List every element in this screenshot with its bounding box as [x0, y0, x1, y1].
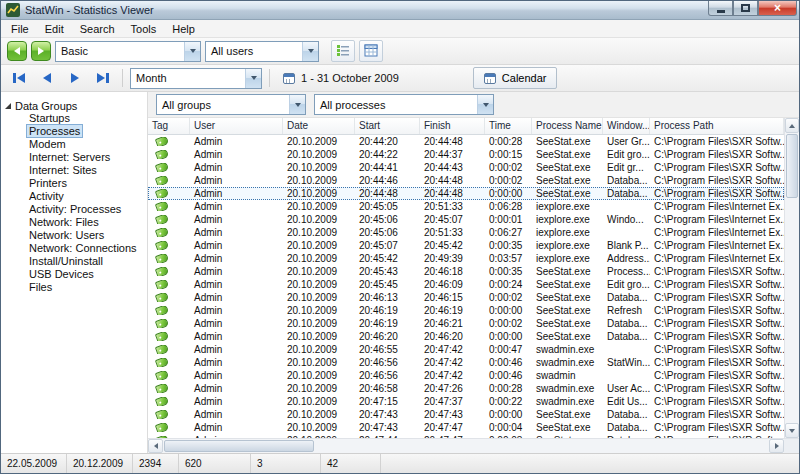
table-row[interactable]: Admin20.10.200920:45:0720:45:420:00:35ie…: [148, 239, 784, 252]
chevron-down-icon[interactable]: [302, 42, 318, 61]
groups-combobox[interactable]: All groups: [156, 94, 306, 115]
table-row[interactable]: Admin20.10.200920:44:4820:44:480:00:00Se…: [148, 187, 784, 200]
column-header-finish[interactable]: Finish: [420, 118, 485, 134]
table-row[interactable]: Admin20.10.200920:44:4620:44:480:00:02Se…: [148, 174, 784, 187]
table-row[interactable]: Admin20.10.200920:45:4320:46:180:00:35Se…: [148, 265, 784, 278]
sidebar-item-startups[interactable]: Startups: [1, 112, 147, 125]
sidebar-item-activity[interactable]: Activity: [1, 190, 147, 203]
sidebar-item-usb-devices[interactable]: USB Devices: [1, 268, 147, 281]
horizontal-scrollbar[interactable]: [148, 438, 799, 453]
table-row[interactable]: Admin20.10.200920:45:0620:51:330:06:27ie…: [148, 226, 784, 239]
table-row[interactable]: Admin20.10.200920:46:2020:46:200:00:00Se…: [148, 330, 784, 343]
table-row[interactable]: Admin20.10.200920:44:2220:44:370:00:15Se…: [148, 148, 784, 161]
table-cell-start: 20:47:43: [355, 409, 420, 420]
menu-item-help[interactable]: Help: [164, 21, 203, 37]
chevron-down-icon[interactable]: [184, 42, 200, 61]
column-header-process-path[interactable]: Process Path: [650, 118, 784, 134]
table-cell-date: 20.10.2009: [283, 357, 355, 368]
chevron-down-icon[interactable]: [245, 69, 261, 88]
table-row[interactable]: Admin20.10.200920:46:5520:47:420:00:47sw…: [148, 343, 784, 356]
users-combobox[interactable]: All users: [205, 41, 319, 62]
table-cell-process: SeeStat.exe: [532, 409, 603, 420]
report-view-button[interactable]: [331, 40, 355, 62]
chevron-down-icon[interactable]: [477, 95, 493, 114]
column-header-date[interactable]: Date: [283, 118, 355, 134]
maximize-button[interactable]: [733, 1, 758, 16]
column-header-start[interactable]: Start: [355, 118, 420, 134]
tree-expander-icon[interactable]: [5, 103, 11, 109]
table-row[interactable]: Admin20.10.200920:45:0620:45:070:00:01ie…: [148, 213, 784, 226]
previous-period-button[interactable]: [35, 68, 59, 88]
table-cell-user: Admin: [190, 162, 283, 173]
table-row[interactable]: Admin20.10.200920:46:1920:46:210:00:02Se…: [148, 317, 784, 330]
table-row[interactable]: Admin20.10.200920:46:5620:47:420:00:46sw…: [148, 356, 784, 369]
column-header-user[interactable]: User: [190, 118, 283, 134]
column-header-time[interactable]: Time: [485, 118, 532, 134]
scroll-down-button[interactable]: [785, 423, 799, 438]
table-cell-window: Address...: [603, 253, 650, 264]
first-period-button[interactable]: [7, 68, 31, 88]
table-row[interactable]: Admin20.10.200920:45:0520:51:330:06:28ie…: [148, 200, 784, 213]
sidebar-item-network-connections[interactable]: Network: Connections: [1, 242, 147, 255]
forward-button[interactable]: [31, 41, 51, 61]
vertical-scrollbar-thumb[interactable]: [786, 134, 798, 198]
table-cell-process: swadmin: [532, 370, 603, 381]
view-combobox[interactable]: Basic: [55, 41, 201, 62]
scrollbar-track[interactable]: [315, 439, 769, 453]
menu-item-edit[interactable]: Edit: [37, 21, 72, 37]
menu-item-search[interactable]: Search: [72, 21, 123, 37]
close-icon: [774, 2, 781, 14]
chevron-down-icon[interactable]: [289, 95, 305, 114]
table-row[interactable]: Admin20.10.200920:46:5620:47:420:00:46sw…: [148, 369, 784, 382]
table-cell-finish: 20:45:07: [420, 214, 485, 225]
table-cell-start: 20:46:19: [355, 318, 420, 329]
sidebar-item-internet-servers[interactable]: Internet: Servers: [1, 151, 147, 164]
table-cell-process: SeeStat.exe: [532, 318, 603, 329]
horizontal-scrollbar-thumb[interactable]: [164, 440, 314, 452]
sidebar-item-internet-sites[interactable]: Internet: Sites: [1, 164, 147, 177]
sidebar-item-processes[interactable]: Processes: [1, 125, 147, 138]
table-row[interactable]: Admin20.10.200920:45:4520:46:090:00:24Se…: [148, 278, 784, 291]
scrollbar-track[interactable]: [785, 199, 799, 423]
title-bar[interactable]: StatWin - Statistics Viewer: [1, 1, 799, 20]
sidebar-item-printers[interactable]: Printers: [1, 177, 147, 190]
table-row[interactable]: Admin20.10.200920:45:4220:49:390:03:57ie…: [148, 252, 784, 265]
minimize-button[interactable]: [708, 1, 733, 16]
menu-item-file[interactable]: File: [3, 21, 37, 37]
sidebar-root-data-groups[interactable]: Data Groups: [1, 99, 147, 112]
processes-combobox[interactable]: All processes: [314, 94, 494, 115]
close-button[interactable]: [758, 1, 797, 16]
table-cell-user: Admin: [190, 344, 283, 355]
column-header-process-name[interactable]: Process Name: [532, 118, 603, 134]
vertical-scrollbar[interactable]: [784, 118, 799, 438]
column-header-window[interactable]: Window...: [603, 118, 650, 134]
last-period-button[interactable]: [91, 68, 115, 88]
table-row[interactable]: Admin20.10.200920:47:4320:47:470:00:04Se…: [148, 421, 784, 434]
scroll-left-button[interactable]: [148, 439, 163, 453]
table-row[interactable]: Admin20.10.200920:46:5820:47:260:00:28sw…: [148, 382, 784, 395]
period-combobox[interactable]: Month: [130, 68, 262, 89]
sidebar-item-install-uninstall[interactable]: Install/Uninstall: [1, 255, 147, 268]
menu-item-tools[interactable]: Tools: [123, 21, 165, 37]
table-cell-window: User Gr...: [603, 136, 650, 147]
table-row[interactable]: Admin20.10.200920:44:2020:44:480:00:28Se…: [148, 135, 784, 148]
column-header-tag[interactable]: Tag: [148, 118, 190, 134]
status-cell: 2394: [133, 454, 179, 473]
sidebar-item-files[interactable]: Files: [1, 281, 147, 294]
scroll-up-button[interactable]: [785, 118, 799, 133]
table-cell-window: Databa...: [603, 422, 650, 433]
back-button[interactable]: [7, 41, 27, 61]
scroll-right-button[interactable]: [769, 439, 784, 453]
sidebar-item-modem[interactable]: Modem: [1, 138, 147, 151]
sidebar-item-activity-processes[interactable]: Activity: Processes: [1, 203, 147, 216]
table-row[interactable]: Admin20.10.200920:44:4120:44:430:00:02Se…: [148, 161, 784, 174]
sidebar-item-network-files[interactable]: Network: Files: [1, 216, 147, 229]
sidebar-item-network-users[interactable]: Network: Users: [1, 229, 147, 242]
table-view-button[interactable]: [359, 40, 383, 62]
table-row[interactable]: Admin20.10.200920:46:1320:46:150:00:02Se…: [148, 291, 784, 304]
next-period-button[interactable]: [63, 68, 87, 88]
table-row[interactable]: Admin20.10.200920:47:1520:47:370:00:22sw…: [148, 395, 784, 408]
calendar-button[interactable]: Calendar: [473, 67, 558, 89]
table-row[interactable]: Admin20.10.200920:46:1920:46:190:00:00Se…: [148, 304, 784, 317]
table-row[interactable]: Admin20.10.200920:47:4320:47:430:00:00Se…: [148, 408, 784, 421]
